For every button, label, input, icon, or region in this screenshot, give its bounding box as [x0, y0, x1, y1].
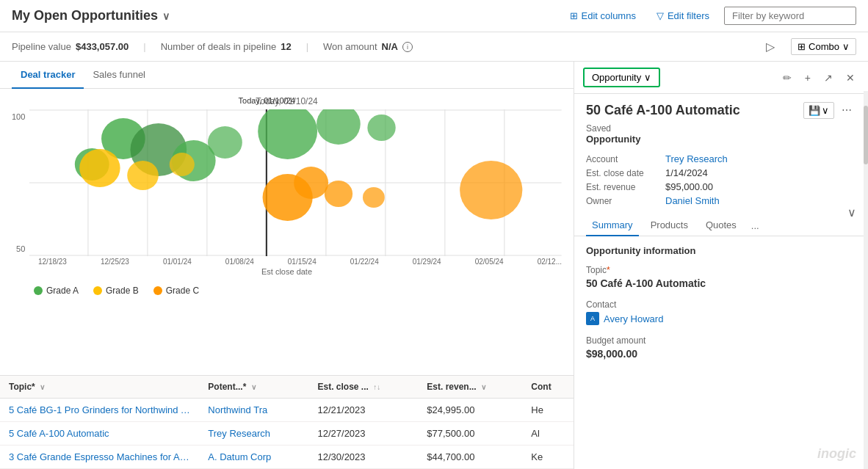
row-1-revenue: $77,500.00	[418, 422, 522, 446]
contact-label: Contact	[586, 299, 856, 310]
row-2-potential[interactable]: A. Datum Corp	[199, 446, 308, 469]
combo-icon: ⊞	[798, 41, 806, 52]
record-tab-summary[interactable]: Summary	[586, 215, 639, 236]
budget-field: Budget amount $98,000.00	[586, 335, 856, 360]
record-tabs-more[interactable]: ...	[748, 216, 762, 236]
topic-label: Topic*	[586, 265, 856, 275]
won-amount-info-icon[interactable]: i	[402, 42, 413, 52]
revenue-sort-icon: ∨	[481, 383, 486, 391]
page-title-chevron[interactable]: ∨	[162, 10, 170, 22]
share-icon: ↗	[824, 72, 833, 84]
add-icon: +	[805, 72, 811, 84]
scrollbar-thumb	[864, 106, 868, 164]
est-revenue-label: Est. revenue	[586, 182, 659, 192]
contact-field: Contact A Avery Howard	[586, 299, 856, 325]
chart-x-axis-label: Est close date	[12, 267, 562, 276]
opportunity-dropdown[interactable]: Opportunity ∨	[583, 68, 660, 87]
contact-link[interactable]: Avery Howard	[604, 313, 663, 324]
row-1-topic[interactable]: 5 Café A-100 Automatic	[0, 422, 199, 446]
row-2-topic[interactable]: 3 Café Grande Espresso Machines for A. .…	[0, 446, 199, 469]
record-tab-products[interactable]: Products	[645, 215, 694, 236]
legend-grade-a-dot	[34, 286, 43, 295]
pipeline-value-stat: Pipeline value $433,057.00	[12, 41, 129, 52]
table-row: 5 Café A-100 Automatic Trey Research 12/…	[0, 422, 574, 446]
edit-record-button[interactable]: ✏	[778, 69, 796, 87]
topic-field: Topic* 50 Café A-100 Automatic	[586, 265, 856, 289]
budget-label: Budget amount	[586, 335, 856, 346]
view-tabs: Deal tracker Sales funnel	[0, 62, 574, 89]
share-record-button[interactable]: ↗	[820, 69, 837, 87]
legend-grade-c-dot	[153, 286, 162, 295]
edit-filters-button[interactable]: ▽ Edit filters	[651, 7, 715, 24]
save-dropdown-icon: ∨	[822, 105, 829, 116]
record-body: Opportunity information Topic* 50 Café A…	[574, 236, 868, 469]
chart-legend: Grade A Grade B Grade C	[12, 280, 562, 299]
opportunity-dropdown-chevron-icon: ∨	[644, 72, 651, 83]
owner-value[interactable]: Daniel Smith	[665, 195, 856, 206]
filter-icon: ▽	[657, 10, 664, 21]
svg-point-27	[460, 161, 522, 219]
right-panel-header: Opportunity ∨ ✏ + ↗ ✕	[574, 62, 868, 94]
col-close-date[interactable]: Est. close ... ↑↓	[308, 376, 418, 399]
record-meta: Saved Opportunity	[574, 122, 868, 149]
record-tab-quotes[interactable]: Quotes	[700, 215, 742, 236]
record-tabs: Summary Products Quotes ...	[574, 211, 868, 236]
contact-value-row: A Avery Howard	[586, 312, 856, 325]
tab-deal-tracker[interactable]: Deal tracker	[12, 62, 84, 89]
chart-container: Today, 01/10/24 100 50	[12, 96, 562, 280]
x-label-3: 01/08/24	[225, 258, 254, 266]
combo-button[interactable]: ⊞ Combo ∨	[791, 38, 856, 55]
svg-point-20	[80, 149, 120, 187]
legend-grade-c: Grade C	[153, 286, 199, 296]
account-label: Account	[586, 154, 659, 164]
x-label-0: 12/18/23	[38, 258, 67, 266]
legend-grade-a: Grade A	[34, 286, 79, 296]
edit-icon: ✏	[783, 72, 792, 84]
row-0-close-date: 12/21/2023	[308, 399, 418, 422]
save-icon: 💾	[809, 105, 820, 116]
col-potential[interactable]: Potent...* ∨	[199, 376, 308, 399]
account-value[interactable]: Trey Research	[665, 153, 856, 164]
col-topic[interactable]: Topic* ∨	[0, 376, 199, 399]
svg-point-26	[363, 187, 385, 208]
col-contact[interactable]: Cont	[522, 376, 574, 399]
contact-avatar-icon: A	[586, 312, 599, 325]
row-1-contact: Al	[522, 422, 574, 446]
add-record-button[interactable]: +	[800, 69, 815, 87]
row-1-potential[interactable]: Trey Research	[199, 422, 308, 446]
row-0-revenue: $24,995.00	[418, 399, 522, 422]
watermark: inogic	[817, 446, 856, 462]
x-label-7: 02/05/24	[475, 258, 504, 266]
opportunities-table-area: Topic* ∨ Potent...* ∨ Est. close ... ↑↓	[0, 375, 574, 469]
table-row: 5 Café BG-1 Pro Grinders for Northwind T…	[0, 399, 574, 422]
edit-columns-button[interactable]: ⊞ Edit columns	[564, 7, 642, 24]
x-label-8: 02/12...	[538, 258, 562, 266]
x-label-4: 01/15/24	[288, 258, 317, 266]
svg-point-22	[170, 153, 195, 176]
record-saved-status: Saved	[586, 123, 856, 134]
col-revenue[interactable]: Est. reven... ∨	[418, 376, 522, 399]
top-header: My Open Opportunities ∨ ⊞ Edit columns ▽…	[0, 0, 868, 32]
right-panel-scrollbar[interactable]	[864, 91, 868, 469]
expand-record-button[interactable]: ∨	[847, 206, 856, 219]
y-label-100: 100	[12, 112, 25, 121]
close-panel-button[interactable]: ✕	[842, 69, 859, 87]
save-record-button[interactable]: 💾 ∨	[803, 102, 834, 119]
row-0-topic[interactable]: 5 Café BG-1 Pro Grinders for Northwind T…	[0, 399, 199, 422]
table-row: 3 Café Grande Espresso Machines for A. .…	[0, 446, 574, 469]
record-title-bar: 50 Café A-100 Automatic 💾 ∨ ⋯	[574, 94, 868, 122]
filter-keyword-input[interactable]	[724, 7, 856, 25]
row-0-potential[interactable]: Northwind Tra	[199, 399, 308, 422]
next-button[interactable]: ▷	[762, 38, 779, 55]
record-more-button[interactable]: ⋯	[837, 101, 856, 119]
svg-point-21	[128, 161, 159, 190]
svg-point-16	[208, 126, 242, 159]
x-label-6: 01/29/24	[413, 258, 441, 266]
tab-sales-funnel[interactable]: Sales funnel	[84, 62, 154, 89]
bubble-chart-svg	[29, 109, 562, 256]
close-date-value: 1/14/2024	[665, 167, 856, 178]
legend-grade-b: Grade B	[93, 286, 139, 296]
svg-point-18	[317, 109, 361, 145]
row-2-contact: Ke	[522, 446, 574, 469]
svg-point-25	[325, 181, 352, 207]
